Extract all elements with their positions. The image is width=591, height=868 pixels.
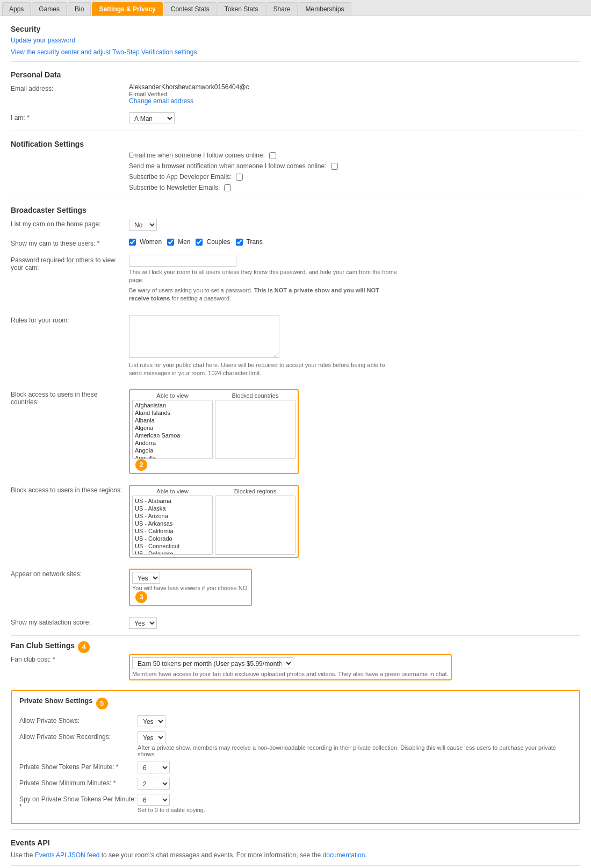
blocked-countries-header: Blocked countries bbox=[215, 392, 296, 399]
rules-label: Rules for your room: bbox=[11, 315, 129, 324]
email-value: AleksanderKhorshevcamwork0156404@c bbox=[129, 83, 580, 91]
allow-ps-label: Allow Private Shows: bbox=[19, 715, 138, 724]
security-center-link[interactable]: View the security center and adjust Two-… bbox=[11, 48, 197, 56]
min-minutes-control: 1 2 3 4 5 bbox=[138, 778, 572, 790]
badge-5: 5 bbox=[96, 698, 108, 709]
fan-club-cost-row: Fan club cost: * Earn 50 tokens per mont… bbox=[11, 653, 580, 685]
spy-note: Set to 0 to disable spying. bbox=[138, 807, 572, 813]
list-my-cam-select[interactable]: No Yes bbox=[129, 219, 157, 231]
tokens-per-min-control: 6 12 18 24 30 bbox=[138, 762, 572, 773]
broadcaster-settings-heading: Broadcaster Settings bbox=[11, 206, 580, 214]
i-am-label: I am: * bbox=[11, 112, 129, 121]
spy-select[interactable]: 0 6 12 18 24 30 bbox=[138, 794, 170, 806]
notif-checkbox-4[interactable] bbox=[224, 184, 231, 191]
blocked-countries-wrapper: Blocked countries bbox=[215, 392, 296, 459]
tab-share[interactable]: Share bbox=[266, 2, 298, 16]
notif-row-2: Send me a browser notification when some… bbox=[11, 162, 580, 170]
min-minutes-select[interactable]: 1 2 3 4 5 bbox=[138, 778, 170, 790]
block-countries-control: Able to view Afghanistan Aland Islands A… bbox=[129, 389, 580, 477]
email-verified: E-mail Verified bbox=[129, 91, 580, 97]
password-note2: Be wary of users asking you to set a pas… bbox=[129, 286, 398, 303]
rules-row: Rules for your room: List rules for your… bbox=[11, 314, 580, 379]
allow-recordings-select[interactable]: Yes No bbox=[138, 731, 165, 743]
label-women: Women bbox=[140, 238, 162, 246]
private-show-box: Private Show Settings 5 Allow Private Sh… bbox=[11, 690, 580, 824]
tab-token-stats[interactable]: Token Stats bbox=[218, 2, 265, 16]
password-note1: This will lock your room to all users un… bbox=[129, 268, 398, 285]
show-to-row: Show my cam to these users: * Women Men … bbox=[11, 237, 580, 248]
block-countries-label: Block access to users in these countries… bbox=[11, 389, 129, 406]
blocked-regions-list[interactable] bbox=[215, 496, 296, 555]
documentation-link[interactable]: documentation bbox=[323, 851, 365, 859]
block-regions-control: Able to view US - Alabama US - Alaska US… bbox=[129, 485, 580, 561]
events-api-link[interactable]: Events API JSON feed bbox=[35, 851, 100, 859]
events-api-note: Use the Events API JSON feed to see your… bbox=[11, 850, 580, 860]
label-men: Men bbox=[178, 238, 190, 246]
email-label: Email address: bbox=[11, 83, 129, 92]
satisfaction-row: Show my satisfaction score: Yes No bbox=[11, 616, 580, 630]
tokens-per-min-select[interactable]: 6 12 18 24 30 bbox=[138, 762, 170, 773]
label-trans: Trans bbox=[247, 238, 263, 246]
notif-checkbox-1[interactable] bbox=[269, 152, 276, 159]
notif-label-4: Subscribe to Newsletter Emails: bbox=[129, 184, 220, 191]
tab-memberships[interactable]: Memberships bbox=[299, 2, 351, 16]
tokens-per-min-label: Private Show Tokens Per Minute: * bbox=[19, 762, 138, 771]
notif-label-2: Send me a browser notification when some… bbox=[129, 162, 327, 170]
tab-bio[interactable]: Bio bbox=[68, 2, 91, 16]
checkbox-couples[interactable] bbox=[196, 239, 203, 246]
block-regions-row: Block access to users in these regions: … bbox=[11, 484, 580, 562]
tab-contest-stats[interactable]: Contest Stats bbox=[164, 2, 217, 16]
tokens-per-min-row: Private Show Tokens Per Minute: * 6 12 1… bbox=[19, 762, 572, 773]
events-api-heading: Events API bbox=[11, 838, 580, 847]
notif-row-3: Subscribe to App Developer Emails: bbox=[11, 173, 580, 181]
checkbox-women[interactable] bbox=[129, 239, 136, 246]
change-email-link[interactable]: Change email address bbox=[129, 97, 193, 105]
gender-women: Women bbox=[129, 238, 162, 246]
label-couples: Couples bbox=[206, 238, 230, 246]
gender-checkboxes: Women Men Couples Trans bbox=[129, 238, 580, 246]
password-input[interactable] bbox=[129, 255, 236, 267]
rules-control: List rules for your public chat here. Us… bbox=[129, 315, 580, 378]
private-show-heading: Private Show Settings bbox=[19, 697, 93, 705]
appear-control: Yes No You will have less viewers if you… bbox=[129, 569, 580, 609]
password-label: Password required for others to view you… bbox=[11, 255, 129, 271]
satisfaction-label: Show my satisfaction score: bbox=[11, 617, 129, 626]
allow-recordings-label: Allow Private Show Recordings: bbox=[19, 731, 138, 741]
countries-orange-box: Able to view Afghanistan Aland Islands A… bbox=[129, 389, 299, 474]
notif-label-3: Subscribe to App Developer Emails: bbox=[129, 173, 232, 181]
checkbox-men[interactable] bbox=[167, 239, 174, 246]
min-minutes-label: Private Show Minimum Minutes: * bbox=[19, 778, 138, 787]
fan-club-heading: Fan Club Settings bbox=[11, 641, 75, 650]
tab-apps[interactable]: Apps bbox=[2, 2, 31, 16]
rules-textarea[interactable] bbox=[129, 315, 279, 358]
password-row: Password required for others to view you… bbox=[11, 254, 580, 304]
fan-club-cost-label: Fan club cost: * bbox=[11, 654, 129, 663]
checkbox-trans[interactable] bbox=[236, 239, 243, 246]
blocked-countries-list[interactable] bbox=[215, 400, 296, 459]
email-value-container: AleksanderKhorshevcamwork0156404@c E-mai… bbox=[129, 83, 580, 105]
list-my-cam-label: List my cam on the home page: bbox=[11, 219, 129, 228]
fanclub-orange-box: Earn 50 tokens per month (User pays $5.9… bbox=[129, 654, 452, 680]
password-control: This will lock your room to all users un… bbox=[129, 255, 580, 303]
block-regions-label: Block access to users in these regions: bbox=[11, 485, 129, 494]
min-minutes-row: Private Show Minimum Minutes: * 1 2 3 4 … bbox=[19, 778, 572, 790]
allow-recordings-row: Allow Private Show Recordings: Yes No Af… bbox=[19, 731, 572, 757]
gender-couples: Couples bbox=[196, 238, 230, 246]
gender-men: Men bbox=[167, 238, 190, 246]
fan-club-note: Members have access to your fan club exc… bbox=[132, 671, 449, 677]
able-to-view-regions-list[interactable]: US - Alabama US - Alaska US - Arizona US… bbox=[132, 496, 213, 555]
allow-ps-select[interactable]: Yes No bbox=[138, 715, 165, 727]
badge-4: 4 bbox=[78, 641, 90, 653]
satisfaction-control: Yes No bbox=[129, 617, 580, 629]
fan-club-cost-select[interactable]: Earn 50 tokens per month (User pays $5.9… bbox=[132, 657, 293, 669]
satisfaction-select[interactable]: Yes No bbox=[129, 617, 157, 629]
main-content: Security Update your password View the s… bbox=[0, 16, 591, 868]
tab-settings-privacy[interactable]: Settings & Privacy bbox=[92, 2, 162, 16]
notif-checkbox-2[interactable] bbox=[331, 163, 338, 170]
update-password-link[interactable]: Update your password bbox=[11, 37, 75, 44]
able-to-view-list[interactable]: Afghanistan Aland Islands Albania Algeri… bbox=[132, 400, 213, 459]
tab-games[interactable]: Games bbox=[32, 2, 67, 16]
appear-select[interactable]: Yes No bbox=[132, 572, 160, 584]
i-am-select[interactable]: A Man A Woman A Couple Trans bbox=[129, 112, 175, 124]
notif-checkbox-3[interactable] bbox=[236, 174, 243, 181]
